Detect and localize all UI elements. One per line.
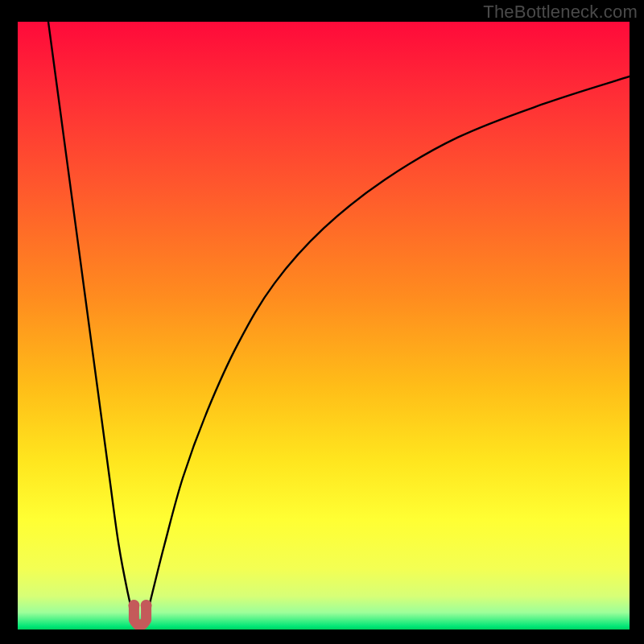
optimal-marker-dot-right [141, 600, 152, 611]
bottleneck-curve [18, 22, 630, 630]
plot-area [18, 22, 630, 630]
optimal-marker-dot-left [128, 600, 139, 611]
watermark-label: TheBottleneck.com [483, 2, 638, 23]
chart-frame: TheBottleneck.com [0, 0, 644, 644]
